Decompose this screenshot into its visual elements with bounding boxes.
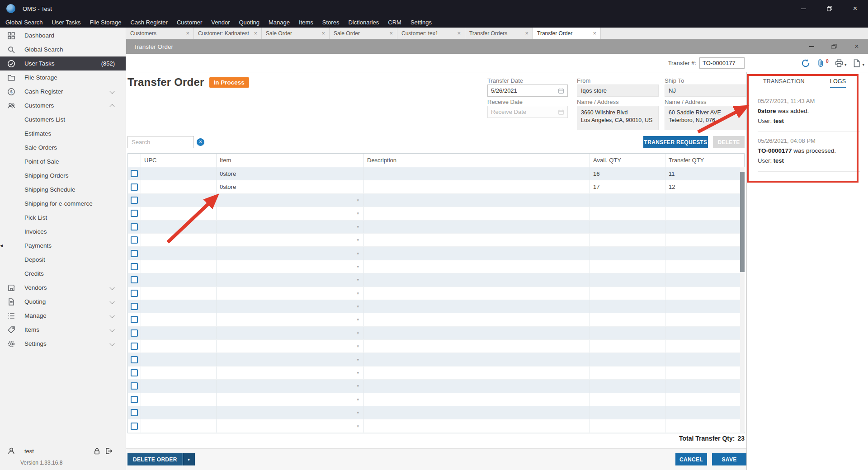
- item-dropdown-icon[interactable]: ▾: [357, 357, 359, 362]
- table-row[interactable]: 0store1712: [128, 180, 744, 193]
- menu-item-global-search[interactable]: Global Search: [1, 17, 47, 28]
- cancel-button[interactable]: CANCEL: [675, 453, 707, 465]
- sidebar-subitem-pick-list[interactable]: Pick List: [0, 211, 126, 225]
- row-checkbox[interactable]: [131, 263, 138, 270]
- column-header-avail-qty[interactable]: Avail. QTY: [590, 154, 665, 167]
- column-header-transfer-qty[interactable]: Transfer QTY: [665, 154, 744, 167]
- item-dropdown-icon[interactable]: ▾: [357, 238, 359, 242]
- table-row[interactable]: ▾: [128, 221, 744, 234]
- receive-date-input[interactable]: [487, 106, 568, 118]
- menu-item-manage[interactable]: Manage: [264, 17, 294, 28]
- sidebar-item-file-storage[interactable]: File Storage: [0, 70, 126, 85]
- item-dropdown-icon[interactable]: ▾: [357, 424, 359, 428]
- table-row[interactable]: ▾: [128, 393, 744, 406]
- row-checkbox[interactable]: [131, 276, 138, 283]
- column-header-description[interactable]: Description: [364, 154, 590, 167]
- sidebar-subitem-shipping-schedule[interactable]: Shipping Schedule: [0, 183, 126, 197]
- sidebar-subitem-customers-list[interactable]: Customers List: [0, 113, 126, 127]
- table-row[interactable]: ▾: [128, 247, 744, 260]
- sidebar-subitem-sale-orders[interactable]: Sale Orders: [0, 141, 126, 155]
- delete-button[interactable]: DELETE: [713, 136, 745, 148]
- sidebar-item-cash-register[interactable]: $Cash Register: [0, 85, 126, 99]
- print-dropdown-icon[interactable]: ▾: [844, 62, 847, 67]
- item-dropdown-icon[interactable]: ▾: [357, 384, 359, 388]
- transfer-number-input[interactable]: [699, 57, 745, 69]
- row-checkbox[interactable]: [131, 197, 138, 204]
- table-row[interactable]: 0store1611: [128, 167, 744, 180]
- row-checkbox[interactable]: [131, 316, 138, 323]
- table-row[interactable]: ▾: [128, 300, 744, 313]
- menu-item-quoting[interactable]: Quoting: [234, 17, 264, 28]
- tab-sale-order[interactable]: Sale Order×: [262, 28, 330, 39]
- sidebar-subitem-credits[interactable]: Credits: [0, 267, 126, 281]
- table-row[interactable]: ▾: [128, 234, 744, 247]
- table-row[interactable]: ▾: [128, 260, 744, 273]
- tab-transfer-order[interactable]: Transfer Order×: [533, 28, 601, 39]
- item-dropdown-icon[interactable]: ▾: [357, 198, 359, 202]
- menu-item-items[interactable]: Items: [294, 17, 318, 28]
- row-checkbox[interactable]: [131, 183, 138, 191]
- item-dropdown-icon[interactable]: ▾: [357, 331, 359, 335]
- inner-restore-button[interactable]: [823, 39, 845, 54]
- inner-minimize-button[interactable]: [800, 39, 823, 54]
- row-checkbox[interactable]: [131, 423, 138, 430]
- tab-close-icon[interactable]: ×: [525, 30, 528, 37]
- menu-item-settings[interactable]: Settings: [406, 17, 436, 28]
- table-row[interactable]: ▾: [128, 406, 744, 419]
- item-dropdown-icon[interactable]: ▾: [357, 264, 359, 269]
- print-icon[interactable]: [835, 59, 844, 68]
- search-clear-icon[interactable]: ×: [197, 138, 204, 146]
- tab-customers[interactable]: Customers×: [126, 28, 194, 39]
- tab-close-icon[interactable]: ×: [186, 30, 189, 37]
- table-row[interactable]: ▾: [128, 194, 744, 207]
- table-row[interactable]: ▾: [128, 367, 744, 380]
- tab-close-icon[interactable]: ×: [457, 30, 461, 37]
- tab-customer-karinatest[interactable]: Customer: Karinatest×: [194, 28, 262, 39]
- sidebar-item-customers[interactable]: Customers: [0, 99, 126, 113]
- item-dropdown-icon[interactable]: ▾: [357, 277, 359, 282]
- row-checkbox[interactable]: [131, 409, 138, 416]
- table-row[interactable]: ▾: [128, 313, 744, 326]
- sidebar-item-dashboard[interactable]: Dashboard: [0, 28, 126, 42]
- sidebar-collapse-icon[interactable]: ◂: [0, 243, 3, 248]
- sidebar-item-quoting[interactable]: Quoting: [0, 295, 126, 309]
- transfer-requests-button[interactable]: TRANSFER REQUESTS: [643, 136, 708, 148]
- item-dropdown-icon[interactable]: ▾: [357, 211, 359, 216]
- search-input[interactable]: [127, 136, 194, 148]
- item-dropdown-icon[interactable]: ▾: [357, 397, 359, 402]
- sidebar-subitem-invoices[interactable]: Invoices: [0, 225, 126, 239]
- export-dropdown-icon[interactable]: ▾: [862, 62, 864, 67]
- tab-customer-tex1[interactable]: Customer: tex1×: [397, 28, 465, 39]
- logout-icon[interactable]: [104, 447, 113, 455]
- menu-item-user-tasks[interactable]: User Tasks: [47, 17, 85, 28]
- row-checkbox[interactable]: [131, 396, 138, 403]
- sidebar-subitem-point-of-sale[interactable]: Point of Sale: [0, 155, 126, 169]
- minimize-button[interactable]: [791, 0, 816, 17]
- tab-close-icon[interactable]: ×: [593, 30, 596, 37]
- table-row[interactable]: ▾: [128, 207, 744, 220]
- sidebar-item-user-tasks[interactable]: User Tasks(852): [0, 56, 126, 70]
- transfer-date-input[interactable]: [487, 85, 568, 97]
- scrollbar-thumb[interactable]: [740, 172, 745, 272]
- sidebar-subitem-payments[interactable]: Payments: [0, 239, 126, 253]
- row-checkbox[interactable]: [131, 290, 138, 297]
- tab-transfer-orders[interactable]: Transfer Orders×: [465, 28, 533, 39]
- inner-close-button[interactable]: ×: [845, 39, 868, 54]
- log-tab-transaction[interactable]: TRANSACTION: [763, 78, 805, 88]
- table-row[interactable]: ▾: [128, 327, 744, 340]
- receive-date-value[interactable]: [491, 108, 558, 115]
- table-row[interactable]: ▾: [128, 419, 744, 432]
- table-scrollbar[interactable]: [740, 167, 745, 432]
- sidebar-item-global-search[interactable]: Global Search: [0, 42, 126, 56]
- item-dropdown-icon[interactable]: ▾: [357, 317, 359, 322]
- refresh-icon[interactable]: [801, 59, 810, 68]
- item-dropdown-icon[interactable]: ▾: [357, 225, 359, 229]
- sidebar-subitem-shipping-for-e-commerce[interactable]: Shipping for e-commerce: [0, 197, 126, 211]
- sidebar-subitem-deposit[interactable]: Deposit: [0, 253, 126, 267]
- sidebar-item-items[interactable]: Items: [0, 323, 126, 337]
- row-checkbox[interactable]: [131, 210, 138, 217]
- tab-close-icon[interactable]: ×: [321, 30, 325, 37]
- transfer-date-value[interactable]: [491, 87, 558, 94]
- table-row[interactable]: ▾: [128, 380, 744, 393]
- item-dropdown-icon[interactable]: ▾: [357, 371, 359, 375]
